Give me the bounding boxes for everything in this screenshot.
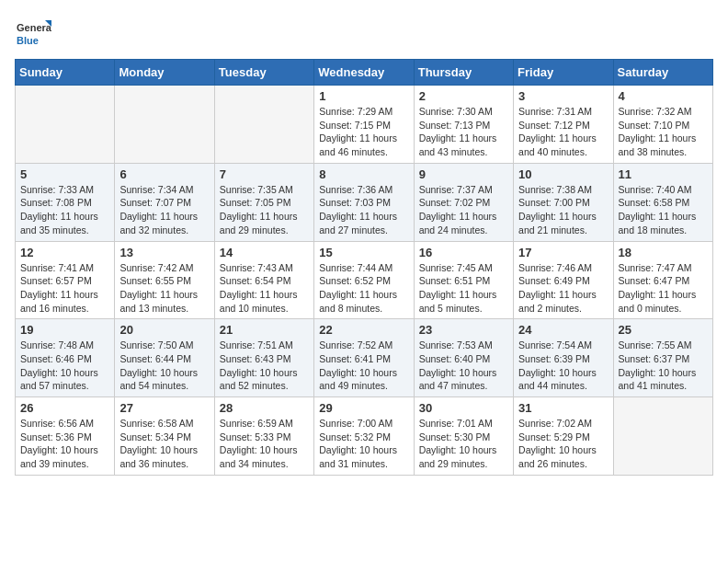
day-number: 3 — [518, 89, 608, 103]
sunrise-label: Sunrise: 7:44 AM — [319, 262, 392, 273]
sunrise-label: Sunrise: 7:53 AM — [419, 339, 493, 350]
day-number: 18 — [619, 246, 708, 259]
sunrise-label: Sunrise: 7:51 AM — [220, 339, 293, 350]
calendar-day-cell: 8Sunrise: 7:36 AMSunset: 7:03 PMDaylight… — [314, 163, 414, 241]
calendar-day-cell: 21Sunrise: 7:51 AMSunset: 6:43 PMDayligh… — [214, 319, 313, 397]
daylight-label: Daylight: 11 hours and 21 minutes. — [518, 211, 597, 236]
weekday-header: Wednesday — [314, 60, 414, 86]
daylight-label: Daylight: 10 hours and 39 minutes. — [20, 444, 98, 469]
sunset-label: Sunset: 5:32 PM — [319, 431, 391, 442]
sunset-label: Sunset: 6:58 PM — [619, 197, 690, 208]
page-header: General Blue — [15, 15, 713, 52]
day-info: Sunrise: 7:38 AMSunset: 7:00 PMDaylight:… — [518, 183, 608, 237]
day-info: Sunrise: 7:51 AMSunset: 6:43 PMDaylight:… — [220, 339, 309, 393]
sunrise-label: Sunrise: 6:58 AM — [119, 418, 193, 429]
daylight-label: Daylight: 10 hours and 44 minutes. — [518, 367, 597, 392]
daylight-label: Daylight: 10 hours and 26 minutes. — [518, 444, 597, 469]
sunset-label: Sunset: 6:41 PM — [319, 353, 391, 364]
sunset-label: Sunset: 7:12 PM — [518, 120, 590, 131]
calendar-day-cell: 7Sunrise: 7:35 AMSunset: 7:05 PMDaylight… — [214, 163, 313, 241]
calendar-day-cell: 25Sunrise: 7:55 AMSunset: 6:37 PMDayligh… — [613, 319, 712, 397]
svg-text:Blue: Blue — [17, 35, 39, 46]
calendar-day-cell: 28Sunrise: 6:59 AMSunset: 5:33 PMDayligh… — [214, 397, 313, 476]
sunset-label: Sunset: 5:29 PM — [518, 431, 590, 442]
day-number: 9 — [419, 167, 508, 181]
sunrise-label: Sunrise: 7:35 AM — [220, 184, 293, 195]
day-info: Sunrise: 7:41 AMSunset: 6:57 PMDaylight:… — [20, 261, 109, 316]
sunset-label: Sunset: 7:00 PM — [518, 197, 590, 208]
logo: General Blue — [15, 15, 51, 52]
day-number: 30 — [419, 401, 508, 415]
day-number: 4 — [619, 89, 708, 103]
day-info: Sunrise: 7:30 AMSunset: 7:13 PMDaylight:… — [419, 105, 508, 159]
calendar-day-cell: 12Sunrise: 7:41 AMSunset: 6:57 PMDayligh… — [16, 241, 115, 319]
day-number: 21 — [220, 323, 309, 337]
daylight-label: Daylight: 10 hours and 41 minutes. — [619, 367, 697, 392]
sunrise-label: Sunrise: 7:37 AM — [419, 184, 493, 195]
sunset-label: Sunset: 6:39 PM — [518, 353, 590, 364]
day-number: 12 — [20, 246, 109, 259]
daylight-label: Daylight: 11 hours and 38 minutes. — [619, 132, 697, 157]
day-number: 10 — [518, 167, 608, 181]
calendar-day-cell: 17Sunrise: 7:46 AMSunset: 6:49 PMDayligh… — [514, 241, 613, 319]
day-number: 11 — [619, 167, 708, 181]
sunrise-label: Sunrise: 7:30 AM — [419, 106, 493, 117]
sunrise-label: Sunrise: 6:56 AM — [20, 418, 94, 429]
sunrise-label: Sunrise: 6:59 AM — [220, 418, 293, 429]
sunrise-label: Sunrise: 7:50 AM — [119, 339, 193, 350]
sunset-label: Sunset: 5:33 PM — [220, 431, 291, 442]
sunrise-label: Sunrise: 7:45 AM — [419, 262, 493, 273]
day-info: Sunrise: 7:02 AMSunset: 5:29 PMDaylight:… — [518, 417, 608, 471]
sunset-label: Sunset: 7:07 PM — [119, 197, 191, 208]
sunset-label: Sunset: 6:43 PM — [220, 353, 291, 364]
day-info: Sunrise: 7:42 AMSunset: 6:55 PMDaylight:… — [119, 261, 209, 316]
daylight-label: Daylight: 11 hours and 43 minutes. — [419, 132, 497, 157]
day-number: 20 — [119, 323, 209, 337]
sunset-label: Sunset: 5:34 PM — [119, 431, 191, 442]
daylight-label: Daylight: 11 hours and 40 minutes. — [518, 132, 597, 157]
sunrise-label: Sunrise: 7:48 AM — [20, 339, 94, 350]
day-number: 15 — [319, 246, 408, 259]
day-info: Sunrise: 7:36 AMSunset: 7:03 PMDaylight:… — [319, 183, 408, 237]
daylight-label: Daylight: 11 hours and 46 minutes. — [319, 132, 397, 157]
sunset-label: Sunset: 6:40 PM — [419, 353, 491, 364]
sunrise-label: Sunrise: 7:32 AM — [619, 106, 692, 117]
weekday-header: Friday — [514, 60, 613, 86]
calendar-day-cell: 23Sunrise: 7:53 AMSunset: 6:40 PMDayligh… — [414, 319, 513, 397]
day-number: 14 — [220, 246, 309, 259]
day-number: 7 — [220, 167, 309, 181]
day-info: Sunrise: 7:31 AMSunset: 7:12 PMDaylight:… — [518, 105, 608, 159]
day-number: 23 — [419, 323, 508, 337]
calendar-day-cell: 16Sunrise: 7:45 AMSunset: 6:51 PMDayligh… — [414, 241, 513, 319]
day-info: Sunrise: 7:50 AMSunset: 6:44 PMDaylight:… — [119, 339, 209, 393]
daylight-label: Daylight: 10 hours and 54 minutes. — [119, 367, 198, 392]
day-number: 31 — [518, 401, 608, 415]
sunset-label: Sunset: 7:13 PM — [419, 120, 491, 131]
sunrise-label: Sunrise: 7:47 AM — [619, 262, 692, 273]
calendar-week-row: 1Sunrise: 7:29 AMSunset: 7:15 PMDaylight… — [16, 86, 713, 164]
day-number: 29 — [319, 401, 408, 415]
day-number: 1 — [319, 89, 408, 103]
day-info: Sunrise: 7:45 AMSunset: 6:51 PMDaylight:… — [419, 261, 508, 316]
weekday-header: Thursday — [414, 60, 513, 86]
calendar-day-cell: 30Sunrise: 7:01 AMSunset: 5:30 PMDayligh… — [414, 397, 513, 476]
calendar-day-cell: 15Sunrise: 7:44 AMSunset: 6:52 PMDayligh… — [314, 241, 414, 319]
sunrise-label: Sunrise: 7:36 AM — [319, 184, 392, 195]
day-number: 28 — [220, 401, 309, 415]
daylight-label: Daylight: 10 hours and 31 minutes. — [319, 444, 397, 469]
calendar-week-row: 26Sunrise: 6:56 AMSunset: 5:36 PMDayligh… — [16, 397, 713, 476]
day-number: 22 — [319, 323, 408, 337]
sunrise-label: Sunrise: 7:54 AM — [518, 339, 592, 350]
calendar-day-cell: 11Sunrise: 7:40 AMSunset: 6:58 PMDayligh… — [613, 163, 712, 241]
sunrise-label: Sunrise: 7:02 AM — [518, 418, 592, 429]
daylight-label: Daylight: 10 hours and 57 minutes. — [20, 367, 98, 392]
day-info: Sunrise: 7:32 AMSunset: 7:10 PMDaylight:… — [619, 105, 708, 159]
daylight-label: Daylight: 10 hours and 36 minutes. — [119, 444, 198, 469]
day-number: 26 — [20, 401, 109, 415]
day-info: Sunrise: 7:37 AMSunset: 7:02 PMDaylight:… — [419, 183, 508, 237]
daylight-label: Daylight: 11 hours and 13 minutes. — [119, 289, 198, 314]
calendar-day-cell: 3Sunrise: 7:31 AMSunset: 7:12 PMDaylight… — [514, 86, 613, 164]
sunrise-label: Sunrise: 7:33 AM — [20, 184, 94, 195]
daylight-label: Daylight: 11 hours and 27 minutes. — [319, 211, 397, 236]
calendar-day-cell — [115, 86, 214, 164]
